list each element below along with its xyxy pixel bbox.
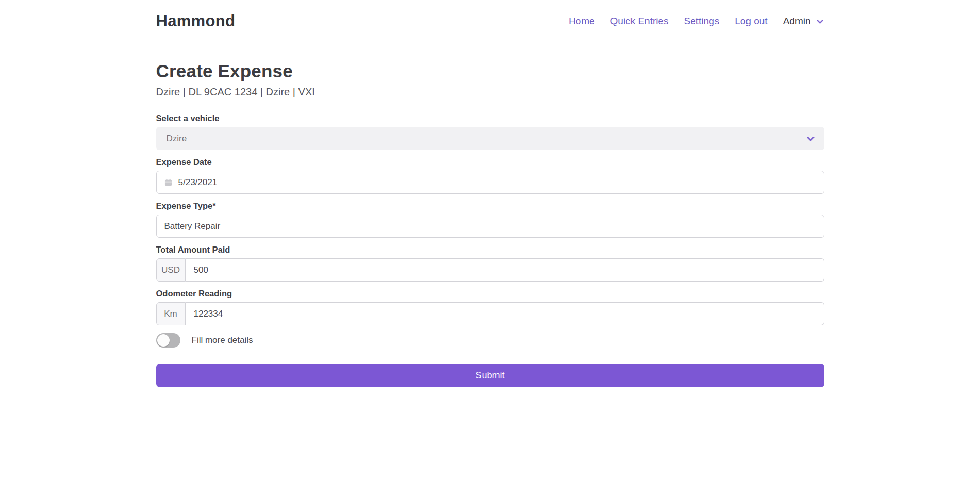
vehicle-field: Select a vehicle Dzire (156, 113, 824, 150)
expense-date-input[interactable] (178, 171, 816, 193)
odometer-box (186, 302, 824, 325)
more-details-row: Fill more details (156, 333, 824, 348)
odometer-group: Km (156, 302, 824, 325)
main-nav: Home Quick Entries Settings Log out Admi… (569, 15, 824, 27)
chevron-down-icon (816, 17, 824, 26)
create-expense-form: Select a vehicle Dzire Expense Date (156, 113, 824, 387)
main-content: Create Expense Dzire | DL 9CAC 1234 | Dz… (156, 61, 824, 387)
page-title: Create Expense (156, 61, 824, 81)
user-menu-admin[interactable]: Admin (783, 15, 824, 27)
vehicle-summary-subtitle: Dzire | DL 9CAC 1234 | Dzire | VXI (156, 86, 824, 98)
total-amount-field: Total Amount Paid USD (156, 245, 824, 282)
expense-type-field: Expense Type* (156, 201, 824, 238)
expense-date-field: Expense Date (156, 157, 824, 194)
distance-unit-addon: Km (156, 302, 186, 325)
expense-date-label: Expense Date (156, 157, 824, 167)
vehicle-select-wrapper: Dzire (156, 127, 824, 150)
odometer-input[interactable] (194, 303, 816, 325)
top-navigation-bar: Hammond Home Quick Entries Settings Log … (156, 0, 824, 33)
vehicle-select[interactable]: Dzire (156, 127, 824, 150)
user-menu-label: Admin (783, 15, 811, 27)
odometer-field: Odometer Reading Km (156, 289, 824, 325)
currency-addon: USD (156, 258, 186, 282)
toggle-knob (157, 334, 170, 347)
total-amount-box (186, 258, 824, 282)
calendar-icon (164, 178, 172, 186)
create-expense-page: Hammond Home Quick Entries Settings Log … (0, 0, 980, 478)
total-amount-group: USD (156, 258, 824, 282)
expense-type-box (156, 215, 824, 238)
expense-date-box (156, 171, 824, 194)
vehicle-select-label: Select a vehicle (156, 113, 824, 123)
fill-more-details-toggle[interactable] (156, 333, 180, 348)
submit-button[interactable]: Submit (156, 364, 824, 387)
total-amount-label: Total Amount Paid (156, 245, 824, 255)
nav-link-settings[interactable]: Settings (684, 15, 720, 27)
fill-more-details-label: Fill more details (192, 335, 253, 345)
total-amount-input[interactable] (194, 259, 816, 281)
expense-type-label: Expense Type* (156, 201, 824, 211)
nav-link-home[interactable]: Home (569, 15, 595, 27)
nav-link-quick-entries[interactable]: Quick Entries (610, 15, 669, 27)
brand-logo[interactable]: Hammond (156, 12, 236, 30)
nav-link-logout[interactable]: Log out (735, 15, 767, 27)
expense-type-input[interactable] (164, 215, 816, 237)
odometer-label: Odometer Reading (156, 289, 824, 299)
